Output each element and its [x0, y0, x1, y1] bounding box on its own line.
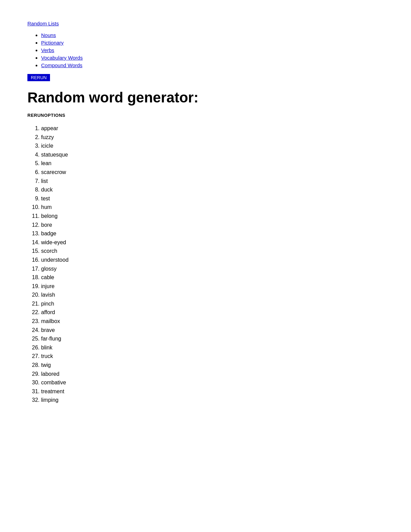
word-list: appearfuzzyiciclestatuesqueleanscarecrow…: [27, 124, 384, 405]
rerun-button[interactable]: RERUN: [27, 74, 50, 81]
list-item: lean: [41, 159, 384, 168]
list-item: injure: [41, 282, 384, 291]
list-item: treatment: [41, 387, 384, 396]
list-item: scorch: [41, 247, 384, 256]
nav-list-item: Verbs: [41, 47, 384, 53]
nav-item-link[interactable]: Compound Words: [41, 62, 83, 68]
list-item: lavish: [41, 290, 384, 299]
list-item: understood: [41, 256, 384, 264]
list-item: blink: [41, 343, 384, 352]
nav-item-link[interactable]: Verbs: [41, 47, 54, 53]
list-item: glossy: [41, 264, 384, 273]
list-item: truck: [41, 352, 384, 361]
list-item: duck: [41, 185, 384, 194]
list-item: statuesque: [41, 150, 384, 159]
list-item: test: [41, 194, 384, 203]
nav-item-link[interactable]: Pictionary: [41, 40, 64, 46]
rerun-options-label: RERUNOPTIONS: [27, 113, 384, 118]
list-item: scarecrow: [41, 168, 384, 177]
list-item: twig: [41, 361, 384, 370]
nav-list-item: Compound Words: [41, 62, 384, 69]
list-item: list: [41, 177, 384, 186]
list-item: belong: [41, 212, 384, 221]
list-item: appear: [41, 124, 384, 133]
list-item: hum: [41, 203, 384, 212]
nav-item-link[interactable]: Vocabulary Words: [41, 55, 83, 61]
list-item: afford: [41, 308, 384, 317]
nav-list-item: Pictionary: [41, 40, 384, 46]
list-item: combative: [41, 378, 384, 387]
list-item: mailbox: [41, 317, 384, 326]
list-item: badge: [41, 229, 384, 238]
list-item: fuzzy: [41, 133, 384, 142]
list-item: far-flung: [41, 334, 384, 343]
list-item: icicle: [41, 141, 384, 150]
nav-list: NounsPictionaryVerbsVocabulary WordsComp…: [27, 32, 384, 69]
list-item: limping: [41, 396, 384, 405]
list-item: wide-eyed: [41, 238, 384, 247]
list-item: cable: [41, 273, 384, 282]
rerun-button-container: RERUN: [27, 74, 384, 89]
list-item: bore: [41, 221, 384, 230]
nav-item-link[interactable]: Nouns: [41, 32, 56, 38]
page-title: Random word generator:: [27, 89, 384, 106]
nav-list-item: Nouns: [41, 32, 384, 38]
list-item: labored: [41, 370, 384, 379]
list-item: pinch: [41, 299, 384, 308]
breadcrumb: Random Lists: [27, 21, 384, 27]
nav-list-item: Vocabulary Words: [41, 55, 384, 61]
random-lists-link[interactable]: Random Lists: [27, 21, 59, 26]
list-item: brave: [41, 326, 384, 335]
